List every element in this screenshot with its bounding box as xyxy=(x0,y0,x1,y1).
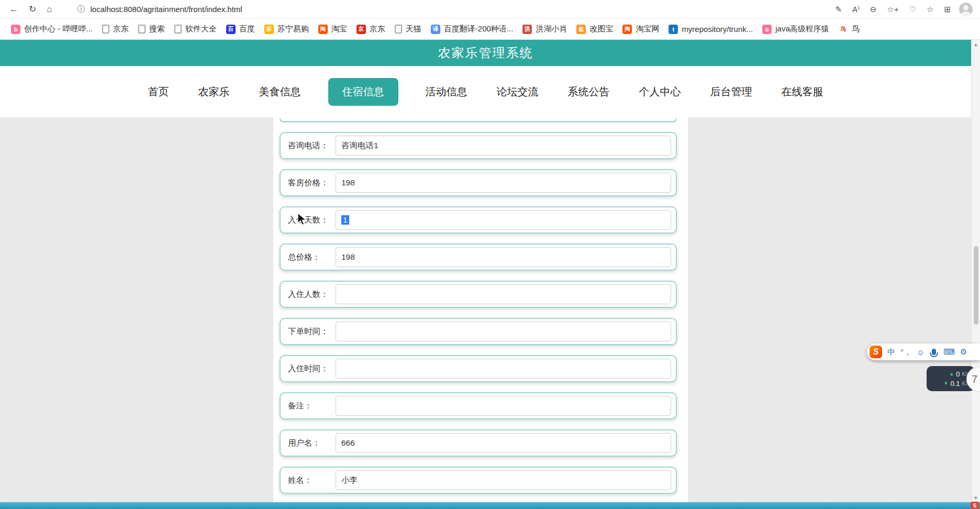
profile-avatar[interactable] xyxy=(959,3,973,16)
form-field-card: 入住时间： xyxy=(280,355,677,382)
nav-item[interactable]: 个人中心 xyxy=(637,78,683,106)
chinese-mode-icon[interactable]: 中 xyxy=(887,347,895,357)
scroll-up-arrow[interactable]: ▲ xyxy=(972,40,980,49)
bookmark-label: 搜索 xyxy=(149,24,165,34)
back-icon[interactable]: ← xyxy=(9,5,18,14)
bookmark-item[interactable]: 天猫 xyxy=(390,22,426,36)
bookmark-item[interactable]: 苏苏宁易购 xyxy=(260,22,314,36)
bookmark-item[interactable]: 鸟鸟 xyxy=(834,22,864,36)
bookmark-favicon: 百 xyxy=(226,25,236,34)
nav-item[interactable]: 后台管理 xyxy=(708,78,754,106)
sogou-tray-icon[interactable]: S xyxy=(971,502,979,509)
bookmark-favicon: 鸟 xyxy=(839,25,848,34)
bookmark-favicon: b xyxy=(11,25,20,34)
bookmark-item[interactable]: 译百度翻译-200种语... xyxy=(426,22,518,36)
favorites-add-icon[interactable]: ☆+ xyxy=(887,5,898,13)
bookmark-favicon: 京 xyxy=(357,25,366,34)
page-viewport: 农家乐管理系统 首页农家乐美食信息住宿信息活动信息论坛交流系统公告个人中心后台管… xyxy=(0,40,971,509)
bookmark-item[interactable]: 京东 xyxy=(97,22,133,36)
nav-item[interactable]: 美食信息 xyxy=(257,78,303,106)
zoom-out-icon[interactable]: ⊖ xyxy=(870,5,877,13)
card-partial-top xyxy=(280,118,677,122)
scrollbar[interactable]: ▲ ▼ xyxy=(971,40,980,509)
bookmark-label: 百度 xyxy=(239,24,255,34)
home-icon[interactable]: ⌂ xyxy=(47,5,52,14)
bookmark-favicon: 洪 xyxy=(522,25,532,34)
bookmark-item[interactable]: b创作中心 - 哔哩哔... xyxy=(6,22,97,36)
bookmark-favicon: t xyxy=(669,25,678,34)
microphone-icon[interactable] xyxy=(932,349,936,355)
site-info-icon[interactable]: ⓘ xyxy=(77,4,85,14)
browser-essentials-icon[interactable]: ♡ xyxy=(909,5,916,13)
nav-item[interactable]: 住宿信息 xyxy=(328,78,398,106)
upload-arrow-icon: ▲ xyxy=(949,371,954,377)
scrollbar-thumb[interactable] xyxy=(974,246,978,325)
ime-toolbar[interactable]: S 中°，☺⌨⚙ xyxy=(867,344,980,360)
form-field-card: 客房价格：198 xyxy=(280,169,677,196)
field-input[interactable] xyxy=(336,284,671,304)
booking-form: 咨询电话：咨询电话1客房价格：198入住天数：1总价格：198入住人数：下单时间… xyxy=(280,117,677,502)
field-input[interactable] xyxy=(336,359,671,379)
field-input[interactable]: 咨询电话1 xyxy=(336,136,671,156)
bookmark-item[interactable]: 京京东 xyxy=(352,22,390,36)
bookmark-favicon: 改 xyxy=(576,25,586,34)
field-input[interactable]: 小李 xyxy=(336,470,671,490)
read-aloud-icon[interactable]: A⁾ xyxy=(852,5,860,13)
bookmarks-bar: b创作中心 - 哔哩哔...京东搜索软件大全百百度苏苏宁易购淘淘宝京京东天猫译百… xyxy=(0,19,980,40)
scroll-down-arrow[interactable]: ▼ xyxy=(972,493,980,502)
bookmark-item[interactable]: 软件大全 xyxy=(170,22,221,36)
nav-item[interactable]: 农家乐 xyxy=(196,78,232,106)
address-bar[interactable]: ⓘ localhost:8080/agritainment/front/inde… xyxy=(77,4,242,14)
nav-item[interactable]: 在线客服 xyxy=(779,78,826,106)
upload-speed-row: ▲ 0 K/s xyxy=(932,370,970,378)
field-label: 咨询电话： xyxy=(281,140,336,151)
chrome-left-icons: ←↻⌂ xyxy=(9,5,52,14)
favorites-icon[interactable]: ☆ xyxy=(927,5,933,13)
url-text: localhost:8080/agritainment/front/index.… xyxy=(91,5,242,14)
field-label: 入住天数： xyxy=(281,215,336,226)
bookmark-item[interactable]: 改改图宝 xyxy=(572,22,618,36)
emoji-picker-icon[interactable]: ☺ xyxy=(917,348,925,357)
web-capture-icon[interactable]: ✎ xyxy=(835,5,842,13)
punctuation-icon[interactable]: °， xyxy=(900,347,911,357)
nav-item[interactable]: 系统公告 xyxy=(566,78,612,106)
sogou-logo-icon[interactable]: S xyxy=(870,346,882,358)
browser-toolbar: ←↻⌂ ⓘ localhost:8080/agritainment/front/… xyxy=(0,0,980,19)
bookmark-item[interactable]: 搜索 xyxy=(133,22,170,36)
chrome-right: ✎A⁾⊖☆+♡☆⊞ xyxy=(835,3,980,16)
upload-speed-value: 0 xyxy=(956,370,960,378)
bookmark-item[interactable]: bjava高级程序猿 xyxy=(758,22,834,36)
form-field-card: 用户名：666 xyxy=(280,429,677,457)
form-field-card: 下单时间： xyxy=(280,318,677,345)
field-input[interactable]: 198 xyxy=(336,247,671,267)
bookmark-label: 淘宝网 xyxy=(636,24,659,34)
keyboard-icon[interactable]: ⌨ xyxy=(943,347,955,357)
field-input[interactable]: 1 xyxy=(336,210,671,230)
bookmark-label: 天猫 xyxy=(406,24,421,34)
download-speed-row: ▼ 0.1 K/s xyxy=(932,380,970,388)
download-arrow-icon: ▼ xyxy=(944,381,949,386)
collections-icon[interactable]: ⊞ xyxy=(944,5,951,13)
toolbox-icon[interactable]: ⚙ xyxy=(960,347,967,357)
nav-item[interactable]: 首页 xyxy=(146,78,171,106)
bookmark-item[interactable]: 淘淘宝网 xyxy=(618,22,664,36)
form-field-card: 咨询电话：咨询电话1 xyxy=(280,132,677,159)
ime-icons: 中°，☺⌨⚙ xyxy=(887,347,967,357)
field-label: 备注： xyxy=(281,401,336,412)
field-input[interactable]: 666 xyxy=(336,433,671,453)
nav-item[interactable]: 活动信息 xyxy=(424,78,470,106)
field-input[interactable] xyxy=(336,322,671,341)
field-input[interactable] xyxy=(336,396,671,416)
bookmark-item[interactable]: tmyrepository/trunk... xyxy=(664,23,758,36)
refresh-icon[interactable]: ↻ xyxy=(29,5,36,14)
nav-item[interactable]: 论坛交流 xyxy=(495,78,541,106)
content-area: 咨询电话：咨询电话1客房价格：198入住天数：1总价格：198入住人数：下单时间… xyxy=(0,117,971,502)
bookmark-label: 京东 xyxy=(113,24,129,34)
bookmark-item[interactable]: 淘淘宝 xyxy=(314,22,352,36)
bookmark-favicon xyxy=(395,25,402,34)
bookmark-item[interactable]: 洪洪湖小肖 xyxy=(518,22,572,36)
bookmark-item[interactable]: 百百度 xyxy=(221,22,260,36)
field-label: 下单时间： xyxy=(281,326,336,337)
bookmark-label: 百度翻译-200种语... xyxy=(444,24,514,34)
field-input[interactable]: 198 xyxy=(336,173,671,193)
